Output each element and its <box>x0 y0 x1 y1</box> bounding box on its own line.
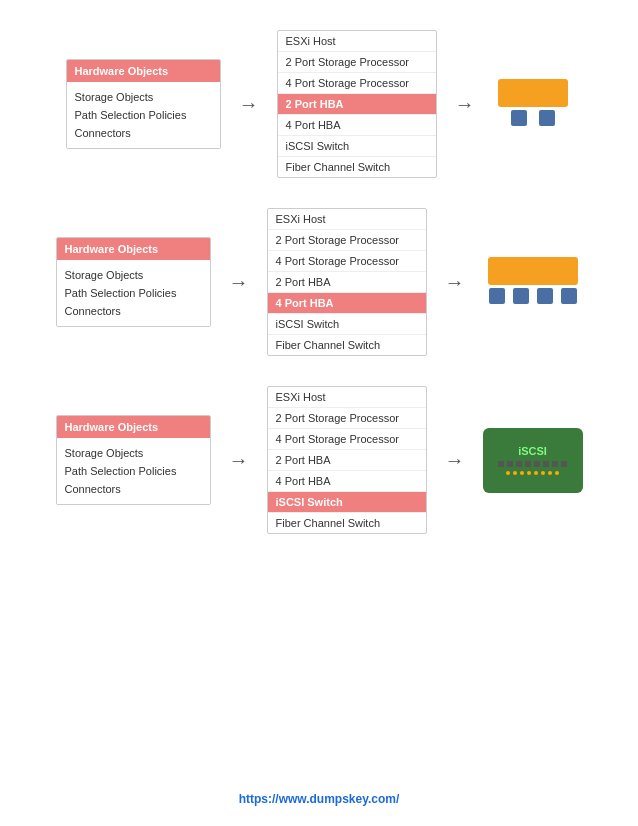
iscsi-port <box>507 461 513 467</box>
left-panel-item: Storage Objects <box>65 266 202 284</box>
menu-item[interactable]: iSCSI Switch <box>268 314 426 335</box>
iscsi-port <box>498 461 504 467</box>
menu-panel-2: ESXi Host 2 Port Storage Processor 4 Por… <box>267 208 427 356</box>
menu-item[interactable]: 4 Port HBA <box>278 115 436 136</box>
menu-item[interactable]: Fiber Channel Switch <box>268 513 426 533</box>
menu-item[interactable]: ESXi Host <box>268 387 426 408</box>
left-panel-header-1: Hardware Objects <box>67 60 220 82</box>
left-panel-2: Hardware Objects Storage Objects Path Se… <box>56 237 211 327</box>
menu-item[interactable]: 2 Port Storage Processor <box>268 230 426 251</box>
hba-body <box>488 257 578 285</box>
menu-panel-3: ESXi Host 2 Port Storage Processor 4 Por… <box>267 386 427 534</box>
iscsi-lights-row <box>506 471 559 475</box>
menu-item[interactable]: 4 Port Storage Processor <box>268 251 426 272</box>
menu-item-selected[interactable]: 4 Port HBA <box>268 293 426 314</box>
left-panel-body-3: Storage Objects Path Selection Policies … <box>57 438 210 504</box>
hba-4port-icon <box>483 257 583 307</box>
iscsi-light <box>534 471 538 475</box>
footer-link[interactable]: https://www.dumpskey.com/ <box>239 792 400 806</box>
arrow-right-3: → <box>445 449 465 472</box>
hba-port <box>513 288 529 304</box>
left-panel-item: Path Selection Policies <box>65 284 202 302</box>
left-panel-item: Storage Objects <box>75 88 212 106</box>
iscsi-label: iSCSI <box>518 445 547 457</box>
hba-port <box>539 110 555 126</box>
left-panel-item: Connectors <box>65 302 202 320</box>
menu-item[interactable]: Fiber Channel Switch <box>268 335 426 355</box>
iscsi-light <box>506 471 510 475</box>
diagram-row-2: Hardware Objects Storage Objects Path Se… <box>56 208 583 356</box>
iscsi-switch-icon: iSCSI <box>483 428 583 493</box>
menu-item[interactable]: 2 Port HBA <box>268 272 426 293</box>
iscsi-light <box>520 471 524 475</box>
left-panel-item: Connectors <box>65 480 202 498</box>
hba-2port-icon <box>493 79 573 129</box>
left-panel-item: Connectors <box>75 124 212 142</box>
iscsi-port <box>534 461 540 467</box>
iscsi-port <box>525 461 531 467</box>
arrow-2: → <box>229 271 249 294</box>
arrow-right-1: → <box>455 93 475 116</box>
iscsi-light <box>541 471 545 475</box>
left-panel-body-1: Storage Objects Path Selection Policies … <box>67 82 220 148</box>
left-panel-header-2: Hardware Objects <box>57 238 210 260</box>
menu-item[interactable]: ESXi Host <box>268 209 426 230</box>
hba-port <box>561 288 577 304</box>
menu-item[interactable]: 2 Port Storage Processor <box>278 52 436 73</box>
arrow-1: → <box>239 93 259 116</box>
diagram-row-1: Hardware Objects Storage Objects Path Se… <box>66 30 573 178</box>
menu-item[interactable]: iSCSI Switch <box>278 136 436 157</box>
iscsi-light <box>527 471 531 475</box>
left-panel-3: Hardware Objects Storage Objects Path Se… <box>56 415 211 505</box>
menu-item[interactable]: 2 Port HBA <box>268 450 426 471</box>
hba-port <box>511 110 527 126</box>
menu-item[interactable]: 4 Port Storage Processor <box>278 73 436 94</box>
menu-item[interactable]: Fiber Channel Switch <box>278 157 436 177</box>
menu-item[interactable]: 4 Port HBA <box>268 471 426 492</box>
arrow-3: → <box>229 449 249 472</box>
iscsi-port <box>516 461 522 467</box>
hba-ports <box>489 288 577 304</box>
iscsi-light <box>555 471 559 475</box>
left-panel-item: Storage Objects <box>65 444 202 462</box>
left-panel-1: Hardware Objects Storage Objects Path Se… <box>66 59 221 149</box>
menu-item[interactable]: 4 Port Storage Processor <box>268 429 426 450</box>
hba-port <box>537 288 553 304</box>
menu-panel-1: ESXi Host 2 Port Storage Processor 4 Por… <box>277 30 437 178</box>
iscsi-light <box>513 471 517 475</box>
iscsi-ports-row <box>498 461 567 467</box>
diagram-row-3: Hardware Objects Storage Objects Path Se… <box>56 386 583 534</box>
iscsi-port <box>561 461 567 467</box>
left-panel-header-3: Hardware Objects <box>57 416 210 438</box>
left-panel-body-2: Storage Objects Path Selection Policies … <box>57 260 210 326</box>
iscsi-port <box>552 461 558 467</box>
hba-port <box>489 288 505 304</box>
iscsi-light <box>548 471 552 475</box>
hba-ports <box>511 110 555 126</box>
left-panel-item: Path Selection Policies <box>75 106 212 124</box>
arrow-right-2: → <box>445 271 465 294</box>
hba-body <box>498 79 568 107</box>
footer: https://www.dumpskey.com/ <box>0 792 638 806</box>
menu-item[interactable]: 2 Port Storage Processor <box>268 408 426 429</box>
menu-item[interactable]: ESXi Host <box>278 31 436 52</box>
iscsi-port <box>543 461 549 467</box>
menu-item-selected[interactable]: 2 Port HBA <box>278 94 436 115</box>
main-container: Hardware Objects Storage Objects Path Se… <box>0 0 638 554</box>
left-panel-item: Path Selection Policies <box>65 462 202 480</box>
menu-item-selected[interactable]: iSCSI Switch <box>268 492 426 513</box>
